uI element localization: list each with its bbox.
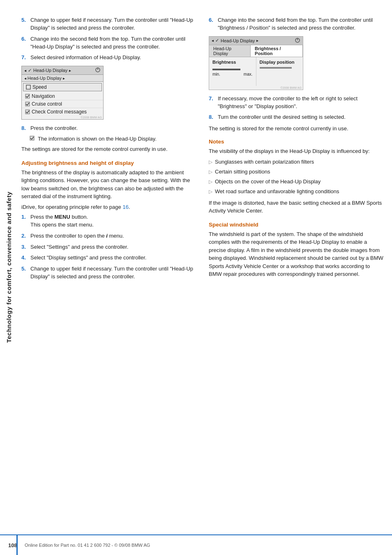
sidebar-blue-bar	[16, 534, 18, 555]
step-text-6-right: Change into the second field from the to…	[218, 16, 384, 32]
navigation-label: Navigation	[32, 93, 55, 99]
step-text-7-right: If necessary, move the controller to the…	[218, 95, 384, 111]
step-8-sub: The information is shown on the Head-Up …	[30, 136, 196, 142]
step-num-5-bottom: 5.	[21, 265, 28, 281]
notes-heading: Notes	[209, 139, 384, 145]
svg-rect-2	[26, 85, 30, 89]
menu-sub-text: Head-Up Display	[28, 76, 62, 81]
hud-arrow-right: ▸	[256, 38, 258, 43]
hud-power-icon	[295, 37, 300, 44]
bullet-arrow-3: ▷	[209, 178, 212, 185]
brightness-body: The brightness of the display is automat…	[21, 169, 196, 201]
speed-label: Speed	[32, 84, 47, 90]
bullet-arrow-1: ▷	[209, 159, 212, 166]
bullet-text-4: Wet road surface and unfavorable lightin…	[215, 188, 339, 196]
step-text-8-right: Turn the controller until the desired se…	[218, 113, 384, 121]
watermark-right: ©2008 BMW AG	[209, 86, 303, 90]
menu-title-content: ◂ ✓ Head-Up Display ▸	[24, 68, 71, 73]
brightness-slider-area: min. max.	[212, 69, 253, 76]
step-text-6-top: Change into the second field from the to…	[30, 35, 196, 51]
power-icon	[95, 67, 101, 74]
menu-item-check-control: Check Control messages	[22, 108, 103, 116]
step-8: 8. Press the controller.	[21, 125, 196, 132]
step-text-4-bottom: Select "Display settings" and press the …	[30, 254, 196, 262]
notes-body: The visibility of the displays in the He…	[209, 147, 384, 155]
step-num-1-bottom: 1.	[21, 213, 28, 229]
hud-content: Brightness min. max. Display position	[209, 57, 303, 86]
hud-col-brightness: Brightness min. max.	[209, 57, 256, 86]
step-num-8-right: 8.	[209, 113, 215, 121]
speed-box-icon	[26, 85, 31, 90]
position-indicator	[260, 67, 300, 69]
two-column-layout: 5. Change to upper field if necessary. T…	[21, 16, 384, 284]
arrow-right-icon: ▸	[69, 68, 71, 73]
step-7-top: 7. Select desired information of Head-Up…	[21, 54, 196, 62]
left-column: 5. Change to upper field if necessary. T…	[21, 16, 196, 284]
step-1-bottom: 1. Press the MENU button.This opens the …	[21, 213, 196, 229]
hud-title-content: ◂ ✓ Head-Up Display ▸	[212, 38, 258, 43]
arrow-left-icon: ◂	[24, 68, 26, 73]
step-text-7-top: Select desired information of Head-Up Di…	[30, 54, 196, 62]
hud-col-position: Display position	[256, 57, 303, 86]
step-5-top: 5. Change to upper field if necessary. T…	[21, 16, 196, 32]
step-text-3-bottom: Select "Settings" and press the controll…	[30, 243, 196, 251]
main-content: 5. Change to upper field if necessary. T…	[21, 0, 384, 301]
arrow-right-sub: ▸	[63, 76, 65, 81]
page-number: 108	[8, 542, 21, 548]
bullet-item-2: ▷ Certain sitting positions	[209, 168, 384, 176]
hud-title-text: Head-Up Display	[221, 38, 255, 43]
hud-tab-brightness: Brightness / Position	[251, 45, 303, 57]
arrow-left-sub: ◂	[24, 76, 28, 81]
step-num-2-bottom: 2.	[21, 232, 28, 240]
menu-title-bar: ◂ ✓ Head-Up Display ▸	[22, 66, 103, 75]
stored-text-left: The settings are stored for the remote c…	[21, 145, 196, 153]
bullet-item-4: ▷ Wet road surface and unfavorable light…	[209, 188, 384, 196]
page-ref-link[interactable]: 16	[122, 204, 128, 210]
notes-bullet-list: ▷ Sunglasses with certain polarization f…	[209, 158, 384, 195]
bullet-item-1: ▷ Sunglasses with certain polarization f…	[209, 158, 384, 166]
menu-title-text: Head-Up Display	[33, 68, 67, 73]
bullet-text-1: Sunglasses with certain polarization fil…	[215, 158, 314, 166]
step-6-top: 6. Change into the second field from the…	[21, 35, 196, 51]
step-num-4-bottom: 4.	[21, 254, 28, 262]
step-text-8: Press the controller.	[30, 125, 196, 132]
bullet-arrow-2: ▷	[209, 169, 212, 176]
step-8-right: 8. Turn the controller until the desired…	[209, 113, 384, 121]
step-text-2-bottom: Press the controller to open the i menu.	[30, 232, 196, 240]
check-control-icon	[25, 109, 30, 114]
min-label: min.	[212, 72, 220, 76]
cruise-label: Cruise control	[32, 101, 62, 107]
step-6-right: 6. Change into the second field from the…	[209, 16, 384, 32]
menu-bold: MENU	[55, 214, 70, 220]
step-7-right: 7. If necessary, move the controller to …	[209, 95, 384, 111]
menu-sub-bar: ◂ Head-Up Display ▸	[22, 75, 103, 82]
step-text-5-top: Change to upper field if necessary. Turn…	[30, 16, 196, 32]
bullet-text-3: Objects on the cover of the Head-Up Disp…	[215, 178, 321, 186]
position-col-label: Display position	[260, 60, 300, 65]
bullet-text-2: Certain sitting positions	[215, 168, 270, 176]
check-control-label: Check Control messages	[32, 109, 87, 115]
hud-screenshot: ◂ ✓ Head-Up Display ▸ Head-Up Display	[209, 36, 303, 90]
brightness-labels: min. max.	[212, 72, 253, 76]
watermark-left: ©2008 BMW AG	[22, 116, 103, 119]
idrive-ref: iDrive, for operating principle refer to…	[21, 203, 196, 211]
stored-text-right: The setting is stored for the remote con…	[209, 125, 384, 133]
menu-item-cruise: Cruise control	[22, 100, 103, 108]
step-5-bottom: 5. Change to upper field if necessary. T…	[21, 265, 196, 281]
step-num-6-top: 6.	[21, 35, 28, 51]
cruise-check-icon	[25, 102, 30, 106]
brightness-slider	[212, 69, 240, 70]
sidebar-label: Technology for comfort, convenience and …	[5, 192, 12, 343]
hud-tabs: Head-Up Display Brightness / Position	[209, 45, 303, 57]
right-column: 6. Change into the second field from the…	[209, 16, 384, 284]
special-windshield-heading: Special windshield	[209, 222, 384, 228]
special-windshield-body: The windshield is part of the system. Th…	[209, 230, 384, 278]
sidebar: Technology for comfort, convenience and …	[0, 0, 17, 534]
max-label: max.	[244, 72, 253, 76]
step-num-6-right: 6.	[209, 16, 215, 32]
hud-check-icon: ✓	[215, 38, 219, 43]
brightness-col-label: Brightness	[212, 60, 253, 65]
footer-text: Online Edition for Part no. 01 41 2 600 …	[25, 543, 150, 548]
footer: 108 Online Edition for Part no. 01 41 2 …	[0, 534, 392, 555]
bullet-item-3: ▷ Objects on the cover of the Head-Up Di…	[209, 178, 384, 186]
